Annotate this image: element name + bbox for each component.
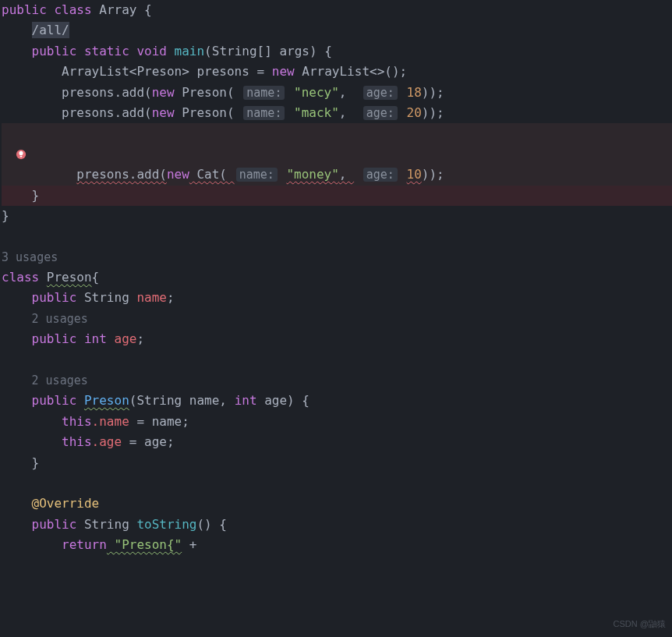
code-line[interactable]: this.age = age;	[2, 432, 672, 452]
error-bulb-icon[interactable]	[16, 149, 27, 160]
code-line[interactable]: this.name = name;	[2, 412, 672, 432]
number-literal: 10	[407, 167, 422, 182]
param-hint-name: name:	[243, 106, 285, 120]
class-preson: Preson	[47, 270, 92, 285]
code-line[interactable]: return "Preson{" +	[2, 535, 672, 555]
number-literal: 18	[407, 85, 422, 100]
code-line[interactable]: public class Array {	[2, 0, 672, 20]
annotation-override: @Override	[32, 496, 100, 511]
string-literal: "mack"	[294, 105, 339, 120]
code-line-empty[interactable]	[2, 473, 672, 494]
usages-hint[interactable]: 2 usages	[2, 309, 672, 329]
number-literal: 20	[407, 105, 422, 120]
selected-text: /all/	[32, 22, 69, 38]
keyword: class	[54, 2, 91, 17]
method-tostring: toString	[136, 517, 196, 532]
code-line[interactable]: }	[2, 206, 672, 226]
code-line[interactable]: ArrayList<Preson> presons = new ArrayLis…	[2, 62, 672, 82]
usages-hint[interactable]: 3 usages	[2, 247, 672, 267]
constructor-preson: Preson	[84, 393, 129, 408]
code-line[interactable]: presons.add(new Preson( name: "mack", ag…	[2, 103, 672, 123]
field-name: name	[136, 290, 167, 305]
code-line[interactable]: public static void main(String[] args) {	[2, 41, 672, 62]
param-hint-name: name:	[236, 168, 278, 182]
method-main: main	[175, 44, 205, 58]
code-editor[interactable]: public class Array { /all/ public static…	[0, 0, 672, 556]
code-line[interactable]: /all/	[2, 20, 672, 41]
class-name: Array	[99, 2, 136, 17]
code-line-error[interactable]: presons.add(new Cat( name: "money", age:…	[2, 123, 672, 185]
string-literal: "money"	[286, 167, 338, 182]
code-line[interactable]: public Preson(String name, int age) {	[2, 391, 672, 411]
string-literal: "necy"	[294, 85, 339, 100]
code-line[interactable]: class Preson{	[2, 267, 672, 288]
code-line[interactable]: public String name;	[2, 288, 672, 308]
param-hint-age: age:	[363, 168, 398, 182]
svg-rect-1	[20, 156, 23, 157]
keyword: public	[2, 2, 47, 17]
code-line-empty[interactable]	[2, 226, 672, 246]
code-line[interactable]: }	[2, 186, 672, 206]
code-line[interactable]: presons.add(new Preson( name: "necy", ag…	[2, 83, 672, 103]
code-line[interactable]: public int age;	[2, 329, 672, 349]
param-hint-age: age:	[363, 86, 398, 100]
code-line[interactable]: }	[2, 453, 672, 473]
param-hint-age: age:	[363, 106, 398, 120]
code-line[interactable]: public String toString() {	[2, 515, 672, 535]
field-age: age	[115, 331, 137, 346]
usages-hint[interactable]: 2 usages	[2, 370, 672, 391]
code-line-empty[interactable]	[2, 350, 672, 370]
watermark: CSDN @鼬猿	[614, 617, 666, 631]
param-hint-name: name:	[243, 86, 285, 100]
code-line[interactable]: @Override	[2, 494, 672, 514]
